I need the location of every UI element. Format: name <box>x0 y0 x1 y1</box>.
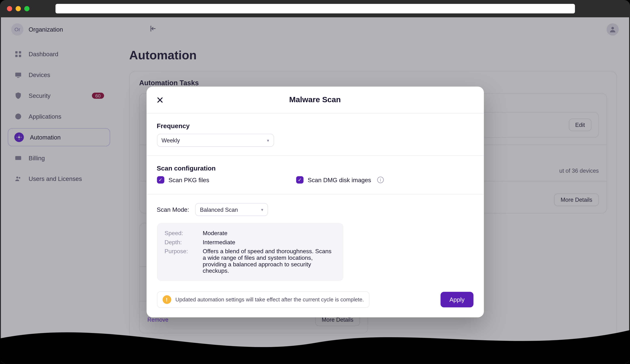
modal-title: Malware Scan <box>157 95 473 104</box>
window-zoom-dot[interactable] <box>24 6 30 11</box>
info-val-purpose: Offers a blend of speed and thoroughness… <box>203 248 336 274</box>
notice-banner: ! Updated automation settings will take … <box>157 291 370 308</box>
frequency-value: Weekly <box>162 137 180 144</box>
notice-text: Updated automation settings will take ef… <box>175 297 364 303</box>
scan-mode-label: Scan Mode: <box>157 206 189 213</box>
malware-scan-modal: Malware Scan Frequency Weekly ▾ Scan con… <box>146 87 484 317</box>
checkmark-icon: ✓ <box>157 176 164 183</box>
window-titlebar <box>0 0 630 17</box>
chevron-down-icon: ▾ <box>267 138 269 143</box>
info-val-speed: Moderate <box>203 230 336 236</box>
scan-mode-info: Speed: Moderate Depth: Intermediate Purp… <box>157 223 343 281</box>
scan-mode-value: Balanced Scan <box>200 206 238 213</box>
url-bar[interactable] <box>56 4 575 13</box>
scan-config-label: Scan configuration <box>157 165 473 172</box>
window-close-dot[interactable] <box>7 6 12 11</box>
checkbox-label: Scan DMG disk images <box>308 176 371 183</box>
info-key-speed: Speed: <box>164 230 195 236</box>
modal-overlay[interactable]: Malware Scan Frequency Weekly ▾ Scan con… <box>1 17 629 364</box>
frequency-label: Frequency <box>157 122 473 129</box>
checkbox-label: Scan PKG files <box>168 176 209 183</box>
window-minimize-dot[interactable] <box>16 6 21 11</box>
chevron-down-icon: ▾ <box>261 207 263 212</box>
info-key-purpose: Purpose: <box>164 248 195 274</box>
checkbox-scan-pkg[interactable]: ✓ Scan PKG files <box>157 176 209 183</box>
info-key-depth: Depth: <box>164 239 195 245</box>
browser-window: Or Organization Dashboard <box>0 0 630 364</box>
scan-mode-select[interactable]: Balanced Scan ▾ <box>195 203 268 216</box>
warning-icon: ! <box>162 295 171 304</box>
close-icon[interactable] <box>155 95 164 105</box>
frequency-select[interactable]: Weekly ▾ <box>157 134 274 147</box>
info-val-depth: Intermediate <box>203 239 336 245</box>
traffic-lights <box>7 6 30 11</box>
checkmark-icon: ✓ <box>296 176 303 183</box>
apply-button[interactable]: Apply <box>441 292 473 307</box>
checkbox-scan-dmg[interactable]: ✓ Scan DMG disk images i <box>296 176 384 183</box>
info-icon[interactable]: i <box>377 177 384 183</box>
